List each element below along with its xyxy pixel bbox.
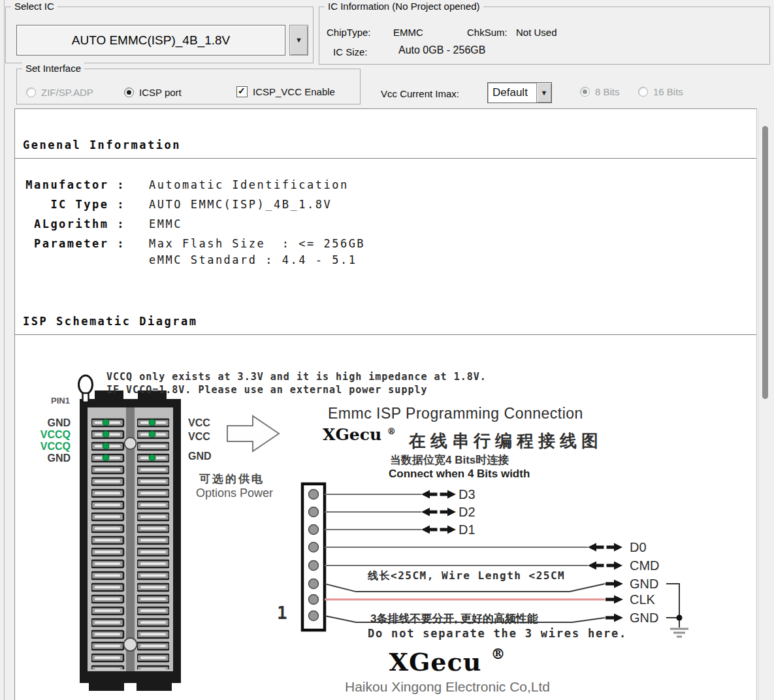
radio-icon	[26, 88, 36, 97]
socket-pin-label: VCCQ	[26, 441, 71, 453]
isp-schematic-heading: ISP Schematic Diagram	[23, 315, 197, 328]
radio-icon	[580, 87, 590, 97]
pin1-lever	[79, 375, 93, 394]
gnd-net	[666, 584, 679, 628]
signal-label: CLK	[630, 592, 655, 607]
right-arrow-icon	[605, 596, 623, 604]
radio-icsp-label: ICSP port	[139, 87, 182, 98]
radio-icon	[124, 88, 134, 97]
checkbox-icsp-vcc-enable[interactable]: ICSP_VCC Enable	[236, 86, 335, 97]
bidirectional-arrow-icon	[588, 543, 622, 552]
radio-zif-label: ZIF/SP.ADP	[41, 87, 93, 98]
info-row-label: Manufactor :	[23, 178, 125, 191]
socket-pin-label: VCCQ	[26, 429, 71, 441]
radio-icon	[638, 87, 648, 97]
divider	[15, 334, 756, 335]
wires-note-cn: 3条排线不要分开, 更好的高频性能	[370, 611, 538, 626]
bidirectional-arrow-icon	[421, 526, 456, 534]
select-ic-group-title: Select IC	[11, 1, 57, 12]
signal-label: CMD	[630, 558, 660, 573]
brand-logo: XGecu ®	[323, 425, 396, 444]
info-row-value: eMMC Standard : 4.4 - 5.1	[149, 253, 357, 266]
radio-icsp-port[interactable]: ICSP port	[124, 87, 182, 98]
schematic-title-cn: 在线串行编程接线图	[409, 430, 603, 453]
ic-dropdown-button[interactable]: ▼	[289, 25, 308, 56]
socket-pin-label: GND	[26, 417, 71, 429]
window-frame-edge	[4, 0, 5, 700]
icsp-vcc-enable-label: ICSP_VCC Enable	[253, 86, 335, 97]
ground-symbol-icon	[670, 629, 688, 637]
signal-label: GND	[630, 576, 658, 592]
zif-socket	[79, 375, 182, 691]
info-row-value: EMMC	[149, 217, 182, 231]
vcc-imax-value: Default	[488, 86, 536, 99]
info-row-value: Automatic Identification	[149, 178, 349, 191]
brand-logo: XGecu ®	[297, 645, 598, 676]
info-row-value: Max Flash Size : <= 256GB	[149, 237, 365, 250]
registered-mark: ®	[491, 645, 506, 662]
radio-16bits[interactable]: 16 Bits	[638, 86, 683, 97]
vcc-imax-dropdown-button[interactable]: ▼	[536, 83, 551, 103]
info-row-label: IC Type :	[23, 198, 125, 211]
chevron-down-icon: ▼	[295, 37, 302, 44]
ic-info-group-title: IC Information (No Project opened)	[325, 1, 483, 12]
set-interface-group-title: Set Interface	[22, 63, 84, 74]
wires-note-en: Do not separate the 3 wires here.	[368, 627, 627, 640]
info-row-value: AUTO EMMC(ISP)_4B_1.8V	[149, 198, 332, 211]
schematic-footer: XGecu ® Haikou Xingong Electronic Co,Ltd	[297, 645, 598, 695]
vccq-note-line1: VCCQ only exists at 3.3V and it is high …	[106, 371, 487, 383]
info-row-label: ALgorithm :	[23, 217, 125, 231]
junction-dot	[677, 615, 683, 621]
vccq-note-line2: IF VCCQ=1.8V. Please use an external pow…	[106, 384, 428, 396]
radio-8bits-label: 8 Bits	[595, 86, 620, 97]
options-power-en: Options Power	[196, 486, 273, 500]
right-arrow-icon	[605, 614, 623, 622]
pin1-label: PIN1	[51, 396, 70, 406]
connect-note-en: Connect when 4 Bits width	[389, 468, 530, 481]
socket-screw	[124, 638, 137, 651]
vcc-imax-combobox[interactable]: Default ▼	[487, 82, 552, 103]
chiptype-label: ChipType:	[327, 27, 371, 38]
scrollbar-thumb[interactable]	[762, 126, 768, 399]
bidirectional-arrow-icon	[588, 562, 622, 570]
checkbox-icon	[236, 86, 248, 97]
socket-pin-label: GND	[26, 453, 71, 464]
radio-zif-sp-adp[interactable]: ZIF/SP.ADP	[26, 87, 93, 98]
signal-label: D1	[459, 522, 476, 537]
signal-label: D0	[630, 539, 647, 555]
radio-8bits[interactable]: 8 Bits	[580, 86, 620, 97]
ic-size-value: Auto 0GB - 256GB	[398, 44, 485, 56]
radio-16bits-label: 16 Bits	[653, 86, 683, 97]
bidirectional-arrow-icon	[421, 490, 456, 499]
chksum-value: Not Used	[516, 27, 557, 38]
signal-label: GND	[630, 610, 658, 626]
socket-pin-label: GND	[188, 451, 212, 462]
ic-size-label: IC Size:	[333, 46, 368, 57]
bidirectional-arrow-icon	[421, 508, 456, 517]
connector-pin1-number: 1	[277, 603, 287, 623]
options-power-cn: 可选的供电	[199, 471, 265, 486]
wire-length-note: 线长<25CM, Wire Length <25CM	[368, 569, 565, 583]
vertical-scrollbar[interactable]	[758, 110, 772, 700]
chevron-down-icon: ▼	[541, 89, 548, 97]
divider	[15, 158, 756, 159]
schematic-title: Emmc ISP Programming Connection	[328, 405, 583, 422]
chksum-label: ChkSum:	[467, 27, 508, 38]
registered-mark: ®	[387, 426, 396, 436]
general-info-heading: Genenal Information	[23, 138, 181, 151]
direction-arrow-icon	[227, 416, 279, 451]
vcc-imax-label: Vcc Current Imax:	[381, 88, 459, 99]
signal-wires	[325, 494, 588, 565]
app-window: { "select_ic": { "title": "Select IC", "…	[0, 0, 774, 700]
right-arrow-icon	[605, 580, 623, 588]
isp-connector	[302, 484, 325, 630]
chiptype-value: EMMC	[393, 27, 423, 38]
socket-pin-label: VCC	[188, 431, 210, 443]
socket-pin-label: VCC	[188, 417, 210, 429]
selected-ic-combobox[interactable]: AUTO EMMC(ISP)_4B_1.8V	[16, 25, 285, 56]
company-name: Haikou Xingong Electronic Co,Ltd	[297, 679, 598, 695]
info-row-label: Parameter :	[23, 237, 125, 250]
signal-label: D3	[459, 486, 476, 502]
socket-screw	[125, 438, 137, 449]
signal-label: D2	[459, 504, 476, 520]
